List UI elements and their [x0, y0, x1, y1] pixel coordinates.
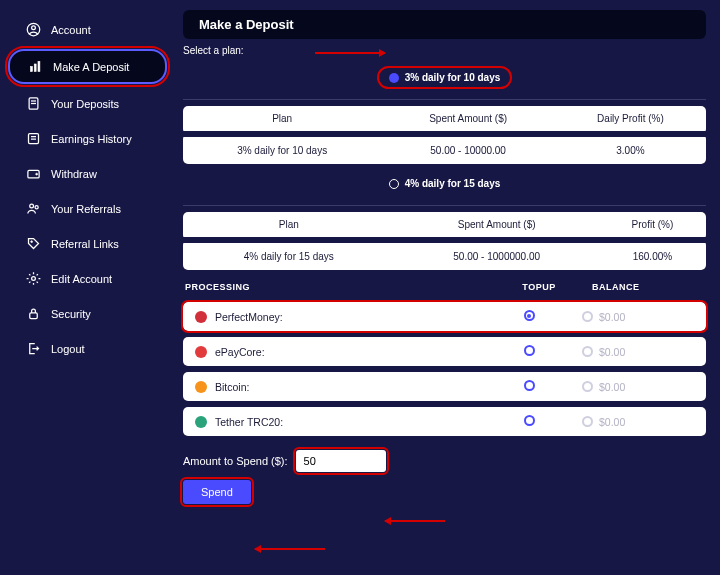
sidebar-item-withdraw[interactable]: Withdraw — [8, 158, 167, 189]
svg-rect-2 — [31, 67, 33, 72]
amount-input[interactable] — [296, 450, 386, 472]
col-plan: Plan — [183, 212, 395, 240]
cell-profit: 3.00% — [555, 134, 706, 164]
col-spent: Spent Amount ($) — [381, 106, 555, 134]
col-profit: Profit (%) — [599, 212, 706, 240]
sidebar-item-label: Your Referrals — [51, 203, 121, 215]
sidebar-item-label: Logout — [51, 343, 85, 355]
svg-rect-3 — [34, 64, 36, 72]
divider — [183, 205, 706, 206]
sidebar-item-label: Referral Links — [51, 238, 119, 250]
annotation-arrow — [255, 548, 325, 550]
col-plan: Plan — [183, 106, 381, 134]
bitcoin-logo-icon — [195, 381, 207, 393]
svg-point-14 — [35, 206, 38, 209]
svg-point-1 — [32, 26, 36, 30]
sidebar-item-label: Security — [51, 308, 91, 320]
tag-icon — [26, 236, 41, 251]
col-processing: PROCESSING — [185, 282, 494, 292]
sidebar-item-earnings-history[interactable]: Earnings History — [8, 123, 167, 154]
balance-radio[interactable] — [582, 416, 593, 427]
page-title: Make a Deposit — [183, 10, 706, 39]
table-row: 3% daily for 10 days 50.00 - 10000.00 3.… — [183, 134, 706, 164]
tether-logo-icon — [195, 416, 207, 428]
list-icon — [26, 131, 41, 146]
balance-radio[interactable] — [582, 346, 593, 357]
sidebar-item-label: Withdraw — [51, 168, 97, 180]
balance-value: $0.00 — [599, 311, 625, 323]
col-topup: TOPUP — [494, 282, 584, 292]
balance-value: $0.00 — [599, 416, 625, 428]
processor-tether[interactable]: Tether TRC20: $0.00 — [183, 407, 706, 436]
divider — [183, 99, 706, 100]
table-head-row: Plan Spent Amount ($) Daily Profit (%) — [183, 106, 706, 134]
select-plan-label: Select a plan: — [183, 45, 706, 56]
balance-radio[interactable] — [582, 311, 593, 322]
amount-row: Amount to Spend ($): — [183, 450, 706, 472]
epaycore-logo-icon — [195, 346, 207, 358]
user-circle-icon — [26, 22, 41, 37]
sidebar-item-security[interactable]: Security — [8, 298, 167, 329]
cell-plan: 3% daily for 10 days — [183, 134, 381, 164]
document-icon — [26, 96, 41, 111]
plan-selector-1: 3% daily for 10 days — [183, 62, 706, 93]
topup-radio[interactable] — [524, 310, 535, 321]
sidebar-item-label: Make A Deposit — [53, 61, 129, 73]
sidebar-item-label: Your Deposits — [51, 98, 119, 110]
topup-radio[interactable] — [524, 415, 535, 426]
plan-selector-2: 4% daily for 15 days — [183, 168, 706, 199]
main-content: Make a Deposit Select a plan: 3% daily f… — [175, 0, 720, 575]
radio-dot-open-icon — [389, 179, 399, 189]
cell-plan: 4% daily for 15 days — [183, 240, 395, 270]
plan-radio-1[interactable]: 3% daily for 10 days — [379, 68, 511, 87]
col-profit: Daily Profit (%) — [555, 106, 706, 134]
svg-rect-17 — [30, 313, 38, 319]
svg-rect-4 — [38, 62, 40, 72]
processor-perfectmoney[interactable]: PerfectMoney: $0.00 — [183, 302, 706, 331]
plan-radio-label: 3% daily for 10 days — [405, 72, 501, 83]
cell-profit: 160.00% — [599, 240, 706, 270]
topup-radio[interactable] — [524, 345, 535, 356]
spend-button[interactable]: Spend — [183, 480, 251, 504]
sidebar-item-logout[interactable]: Logout — [8, 333, 167, 364]
sidebar-item-referral-links[interactable]: Referral Links — [8, 228, 167, 259]
processor-name: Tether TRC20: — [215, 416, 283, 428]
sidebar-item-make-deposit[interactable]: Make A Deposit — [8, 49, 167, 84]
processor-name: PerfectMoney: — [215, 311, 283, 323]
perfectmoney-logo-icon — [195, 311, 207, 323]
processor-epaycore[interactable]: ePayCore: $0.00 — [183, 337, 706, 366]
plan-radio-2[interactable]: 4% daily for 15 days — [379, 174, 511, 193]
balance-value: $0.00 — [599, 381, 625, 393]
processing-header: PROCESSING TOPUP BALANCE — [183, 274, 706, 296]
sidebar-item-label: Earnings History — [51, 133, 132, 145]
plan-table-1: Plan Spent Amount ($) Daily Profit (%) 3… — [183, 106, 706, 164]
svg-point-15 — [31, 241, 33, 243]
sidebar-item-your-deposits[interactable]: Your Deposits — [8, 88, 167, 119]
sidebar-item-edit-account[interactable]: Edit Account — [8, 263, 167, 294]
sidebar-item-label: Account — [51, 24, 91, 36]
amount-label: Amount to Spend ($): — [183, 455, 288, 467]
sidebar: Account Make A Deposit Your Deposits Ear… — [0, 0, 175, 575]
bar-chart-icon — [28, 59, 43, 74]
svg-point-13 — [30, 204, 34, 208]
sidebar-item-your-referrals[interactable]: Your Referrals — [8, 193, 167, 224]
balance-value: $0.00 — [599, 346, 625, 358]
col-spent: Spent Amount ($) — [395, 212, 599, 240]
table-head-row: Plan Spent Amount ($) Profit (%) — [183, 212, 706, 240]
balance-radio[interactable] — [582, 381, 593, 392]
processor-name: ePayCore: — [215, 346, 265, 358]
wallet-icon — [26, 166, 41, 181]
gear-icon — [26, 271, 41, 286]
cell-spent: 50.00 - 10000.00 — [381, 134, 555, 164]
radio-dot-filled-icon — [389, 73, 399, 83]
table-row: 4% daily for 15 days 50.00 - 1000000.00 … — [183, 240, 706, 270]
topup-radio[interactable] — [524, 380, 535, 391]
annotation-arrow — [385, 520, 445, 522]
sidebar-item-account[interactable]: Account — [8, 14, 167, 45]
sidebar-item-label: Edit Account — [51, 273, 112, 285]
processor-bitcoin[interactable]: Bitcoin: $0.00 — [183, 372, 706, 401]
cell-spent: 50.00 - 1000000.00 — [395, 240, 599, 270]
col-balance: BALANCE — [584, 282, 704, 292]
svg-point-12 — [36, 173, 38, 175]
users-icon — [26, 201, 41, 216]
